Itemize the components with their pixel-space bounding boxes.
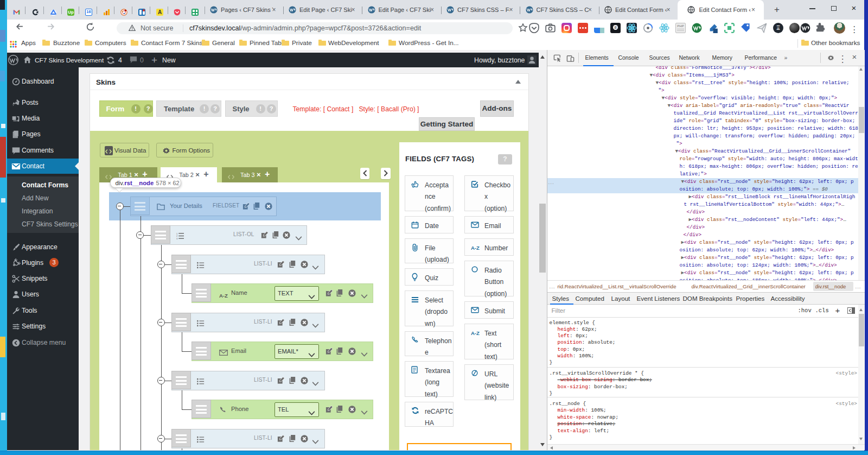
svg-text:3: 3 [176, 237, 178, 239]
